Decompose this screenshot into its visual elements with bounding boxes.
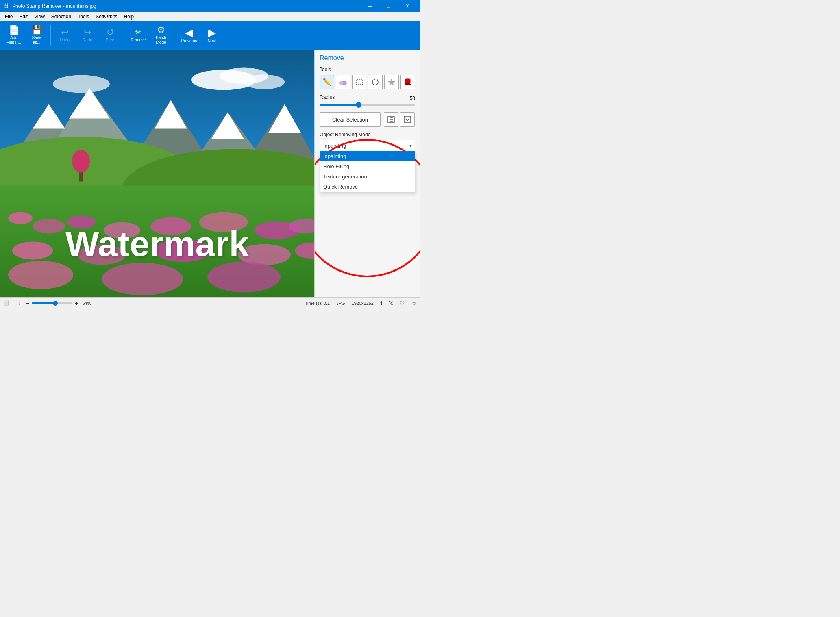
next-button[interactable]: ▶ Next [201, 23, 222, 48]
eraser-tool-button[interactable] [336, 75, 350, 89]
prev-state-label: Prev. [106, 38, 115, 43]
batch-mode-label: BatchMode [156, 35, 166, 45]
dropdown-option-inpainting[interactable]: Inpainting [320, 151, 415, 161]
remove-button[interactable]: ✂ Remove [128, 23, 149, 48]
zoom-thumb[interactable] [53, 301, 58, 306]
expand-icon [387, 115, 395, 124]
lasso-tool-button[interactable] [368, 75, 383, 89]
tools-row: ✏️ [320, 75, 415, 89]
svg-rect-38 [356, 80, 363, 85]
twitter-icon[interactable]: 𝕏 [389, 300, 393, 306]
panel-title: Remove [320, 54, 415, 62]
svg-rect-42 [405, 83, 410, 84]
dropdown-option-quick-remove[interactable]: Quick Remove [320, 182, 415, 192]
svg-rect-40 [405, 79, 410, 83]
undo-button[interactable]: ↩ Undo [54, 23, 75, 48]
redo-button[interactable]: ↪ Redo [77, 23, 98, 48]
tools-label: Tools [320, 67, 415, 72]
svg-point-26 [12, 242, 53, 260]
svg-point-22 [150, 217, 191, 235]
maximize-button[interactable]: □ [379, 0, 398, 12]
brush-tool-button[interactable]: ✏️ [320, 75, 334, 89]
remove-icon: ✂ [135, 28, 142, 37]
eraser-icon [339, 78, 347, 86]
zoom-track[interactable] [32, 302, 72, 304]
svg-point-19 [33, 219, 65, 234]
window-title: Photo Stamp Remover - mountains.jpg [12, 3, 361, 9]
svg-point-35 [207, 262, 281, 293]
svg-point-32 [72, 150, 90, 173]
prev-state-icon: ↺ [107, 28, 114, 37]
dropdown-option-hole-filling[interactable]: Hole Filling [320, 161, 415, 172]
separator-1 [50, 25, 51, 46]
minimize-button[interactable]: ─ [361, 0, 379, 12]
rect-icon [355, 78, 363, 86]
menu-edit[interactable]: Edit [16, 13, 31, 20]
magic-tool-button[interactable] [384, 75, 399, 89]
svg-point-18 [8, 212, 33, 224]
radius-slider-thumb[interactable] [356, 102, 361, 108]
radius-slider-track[interactable] [320, 104, 415, 106]
radius-slider-container[interactable] [320, 104, 415, 106]
batch-mode-button[interactable]: ⚙ BatchMode [150, 23, 172, 48]
undo-icon: ↩ [61, 28, 68, 37]
zoom-fill [32, 302, 54, 304]
radius-value: 50 [410, 96, 415, 101]
lasso-icon [371, 78, 379, 86]
close-button[interactable]: ✕ [398, 0, 417, 12]
stamp-icon [404, 78, 412, 86]
main-area: Watermark Remove Tools ✏️ [0, 50, 420, 297]
expand-icon-button[interactable] [384, 112, 398, 127]
info-icon[interactable]: ℹ [380, 300, 382, 306]
heart-icon[interactable]: ♡ [400, 300, 405, 306]
dropdown-option-texture-generation[interactable]: Texture generation [320, 172, 415, 182]
menu-view[interactable]: View [31, 13, 48, 20]
menu-file[interactable]: File [2, 13, 16, 20]
zoom-slider[interactable]: − + 54% [26, 300, 91, 306]
separator-2 [124, 25, 124, 46]
frame-icon[interactable]: ⬜ [3, 300, 9, 306]
add-files-icon: 📄 [9, 26, 20, 35]
format-label: JPG [336, 301, 345, 306]
canvas-image [0, 50, 314, 297]
svg-point-4 [53, 75, 110, 93]
next-label: Next [208, 39, 216, 43]
clear-selection-button[interactable]: Clear Selection [320, 112, 381, 127]
stamp-tool-button[interactable] [400, 75, 415, 89]
radius-slider-fill [320, 104, 358, 106]
rect-tool-button[interactable] [352, 75, 367, 89]
title-bar: 🖼 Photo Stamp Remover - mountains.jpg ─ … [0, 0, 420, 12]
save-as-icon: 💾 [31, 26, 42, 35]
toolbar: 📄 AddFile(s)... 💾 Saveas... ↩ Undo ↪ Red… [0, 21, 420, 50]
redo-label: Redo [83, 38, 92, 43]
svg-point-27 [77, 245, 126, 265]
menu-tools[interactable]: Tools [74, 13, 92, 20]
shrink-icon-button[interactable] [400, 112, 415, 127]
zoom-value: 54% [82, 301, 91, 306]
status-bar: ⬜ ⬚ − + 54% Time (s): 0.1 JPG 1920x1252 … [0, 297, 420, 308]
canvas-area[interactable]: Watermark [0, 50, 314, 297]
selection-icon[interactable]: ⬚ [15, 300, 20, 306]
svg-point-23 [199, 212, 248, 232]
prev-state-button[interactable]: ↺ Prev. [100, 23, 121, 48]
menu-softorbits[interactable]: SoftOrbits [92, 13, 120, 20]
star-icon[interactable]: ☆ [411, 300, 417, 306]
batch-mode-icon: ⚙ [157, 26, 165, 35]
object-removing-mode-label: Object Removing Mode [320, 132, 415, 137]
svg-point-21 [104, 222, 140, 239]
mode-dropdown[interactable]: Inpainting Hole Filling Texture generati… [320, 140, 415, 151]
app-icon: 🖼 [3, 3, 10, 9]
previous-button[interactable]: ◀ Previous [178, 23, 200, 48]
svg-point-20 [67, 216, 96, 229]
zoom-in-button[interactable]: + [75, 300, 78, 306]
previous-label: Previous [181, 39, 197, 43]
add-files-button[interactable]: 📄 AddFile(s)... [3, 23, 24, 48]
save-as-button[interactable]: 💾 Saveas... [26, 23, 47, 48]
redo-icon: ↪ [84, 28, 91, 37]
dropdown-open-list[interactable]: Inpainting Hole Filling Texture generati… [320, 151, 415, 192]
menu-selection[interactable]: Selection [48, 13, 74, 20]
zoom-out-button[interactable]: − [26, 300, 29, 306]
menu-help[interactable]: Help [121, 13, 137, 20]
dropdown-container[interactable]: Inpainting Hole Filling Texture generati… [320, 140, 415, 151]
svg-point-34 [102, 263, 183, 295]
